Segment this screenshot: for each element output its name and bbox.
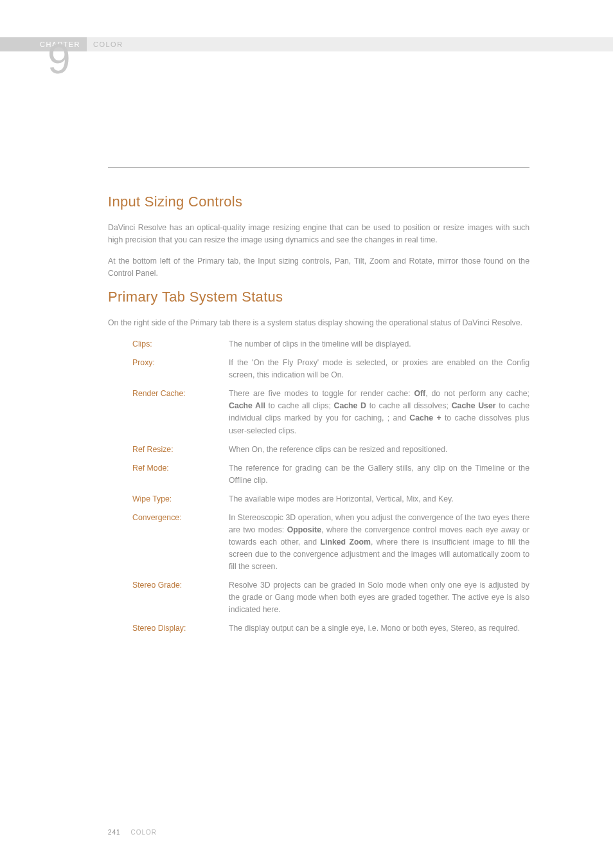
definition-term: Render Cache: — [132, 388, 229, 437]
definition-row: Render Cache:There are five modes to tog… — [132, 388, 529, 437]
definition-row: Wipe Type:The available wipe modes are H… — [132, 493, 529, 505]
body-text: On the right side of the Primary tab the… — [108, 317, 529, 329]
definition-term: Proxy: — [132, 357, 229, 381]
definition-row: Convergence:In Stereoscopic 3D operation… — [132, 512, 529, 573]
footer-section: COLOR — [130, 829, 157, 836]
definition-row: Clips:The number of clips in the timelin… — [132, 338, 529, 350]
page-footer: 241 COLOR — [108, 829, 157, 836]
body-text: DaVinci Resolve has an optical-quality i… — [108, 222, 529, 246]
chapter-title: COLOR — [87, 37, 123, 51]
definition-row: Ref Resize:When On, the reference clips … — [132, 444, 529, 456]
definition-term: Clips: — [132, 338, 229, 350]
heading-input-sizing: Input Sizing Controls — [108, 194, 529, 210]
chapter-number: 9 — [48, 39, 71, 80]
definition-row: Stereo Display:The display output can be… — [132, 622, 529, 635]
definition-description: The reference for grading can be the Gal… — [229, 462, 529, 487]
body-text: At the bottom left of the Primary tab, t… — [108, 255, 529, 280]
heading-primary-tab: Primary Tab System Status — [108, 289, 529, 305]
definition-term: Ref Mode: — [132, 462, 229, 487]
page-number: 241 — [108, 829, 121, 836]
definition-term: Wipe Type: — [132, 493, 229, 505]
page-content: Input Sizing Controls DaVinci Resolve ha… — [0, 51, 613, 635]
definition-row: Proxy:If the 'On the Fly Proxy' mode is … — [132, 357, 529, 381]
definition-term: Ref Resize: — [132, 444, 229, 456]
definition-description: There are five modes to toggle for rende… — [229, 388, 529, 437]
definition-row: Ref Mode:The reference for grading can b… — [132, 462, 529, 487]
definition-row: Stereo Grade:Resolve 3D projects can be … — [132, 579, 529, 616]
definition-term: Convergence: — [132, 512, 229, 573]
definition-description: The number of clips in the timeline will… — [229, 338, 529, 350]
definition-list: Clips:The number of clips in the timelin… — [132, 338, 529, 635]
divider — [108, 167, 529, 168]
definition-description: The available wipe modes are Horizontal,… — [229, 493, 529, 505]
definition-description: Resolve 3D projects can be graded in Sol… — [229, 579, 529, 616]
definition-term: Stereo Grade: — [132, 579, 229, 616]
definition-description: When On, the reference clips can be resi… — [229, 444, 529, 456]
definition-description: The display output can be a single eye, … — [229, 622, 529, 635]
definition-description: If the 'On the Fly Proxy' mode is select… — [229, 357, 529, 381]
definition-term: Stereo Display: — [132, 622, 229, 635]
header-bar: CHAPTER COLOR — [0, 37, 613, 51]
chapter-label: CHAPTER — [0, 37, 87, 51]
definition-description: In Stereoscopic 3D operation, when you a… — [229, 512, 529, 573]
